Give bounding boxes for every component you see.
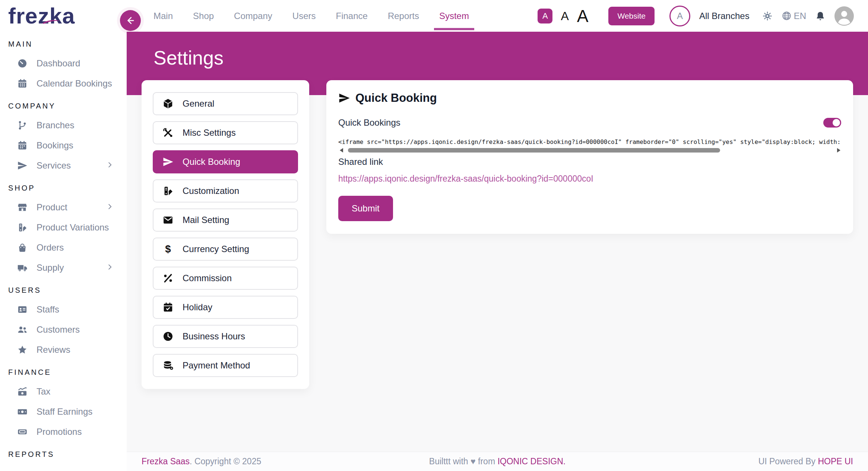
calendar-icon xyxy=(17,78,28,89)
sidebar-item-staff-earnings[interactable]: Staff Earnings xyxy=(8,402,127,422)
font-size-small-button[interactable]: A xyxy=(538,9,552,23)
nav-item-main[interactable]: Main xyxy=(152,2,174,30)
bell-icon xyxy=(815,11,826,21)
settings-tab-holiday[interactable]: Holiday xyxy=(153,296,298,319)
settings-tab-general[interactable]: General xyxy=(153,92,298,115)
font-size-controls: A A A xyxy=(538,7,588,25)
quick-bookings-toggle[interactable] xyxy=(823,118,841,128)
notifications-button[interactable] xyxy=(815,11,826,21)
coins-icon xyxy=(162,360,174,371)
gauge-icon xyxy=(17,58,28,69)
ticket-icon xyxy=(17,427,28,437)
app-window: frezka Main Shop Company Users Finance R… xyxy=(0,0,868,471)
nav-item-users[interactable]: Users xyxy=(291,2,317,30)
language-code: EN xyxy=(794,11,806,21)
send-icon xyxy=(338,92,350,104)
nav-item-finance[interactable]: Finance xyxy=(334,2,369,30)
brand-logo[interactable]: frezka xyxy=(0,0,127,32)
panel-title: Quick Booking xyxy=(355,91,437,105)
topbar: frezka Main Shop Company Users Finance R… xyxy=(0,0,868,32)
settings-tab-quick-booking[interactable]: Quick Booking xyxy=(153,150,298,173)
submit-button[interactable]: Submit xyxy=(338,196,393,221)
sidebar-item-product-variations[interactable]: Product Variations xyxy=(8,217,127,238)
chevron-right-icon xyxy=(106,202,114,212)
website-button[interactable]: Website xyxy=(608,7,654,25)
send-icon xyxy=(162,156,174,167)
sidebar-section-reports: REPORTS xyxy=(8,450,127,459)
footer-copyright: Frezka Saas. Copyright © 2025 xyxy=(142,456,261,467)
truck-icon xyxy=(17,263,28,273)
scroll-right-arrow-icon[interactable] xyxy=(837,148,840,153)
horizontal-scrollbar[interactable] xyxy=(338,148,841,153)
chevron-right-icon xyxy=(106,161,114,170)
sidebar: MAIN Dashboard Calendar Bookings COMPANY… xyxy=(0,32,127,471)
hope-ui-link[interactable]: HOPE UI xyxy=(818,456,853,466)
sidebar-item-reviews[interactable]: Reviews xyxy=(8,340,127,360)
users-icon xyxy=(17,324,28,335)
branch-badge[interactable]: A xyxy=(669,6,690,26)
footer: Frezka Saas. Copyright © 2025 Builttt wi… xyxy=(127,452,868,471)
footer-brand-link[interactable]: Frezka Saas xyxy=(142,456,190,466)
dollar-icon: $ xyxy=(162,244,174,255)
settings-tab-customization[interactable]: Customization xyxy=(153,179,298,202)
sidebar-item-customers[interactable]: Customers xyxy=(8,320,127,340)
sidebar-section-finance: FINANCE xyxy=(8,368,127,377)
topbar-right-cluster: A A A Website A All Branches EN xyxy=(538,6,868,26)
nav-item-system[interactable]: System xyxy=(438,2,471,30)
sidebar-item-supply[interactable]: Supply xyxy=(8,258,127,278)
sidebar-section-main: MAIN xyxy=(8,40,127,49)
sidebar-item-tax[interactable]: Tax xyxy=(8,381,127,402)
settings-tab-business-hours[interactable]: Business Hours xyxy=(153,325,298,348)
user-avatar[interactable] xyxy=(834,6,854,26)
globe-icon xyxy=(782,11,792,21)
language-selector[interactable]: EN xyxy=(782,11,806,21)
settings-tab-commission[interactable]: Commission xyxy=(153,267,298,290)
sidebar-item-promotions[interactable]: Promotions xyxy=(8,422,127,442)
sidebar-item-product[interactable]: Product xyxy=(8,197,127,217)
sidebar-section-shop: SHOP xyxy=(8,184,127,193)
percent-icon xyxy=(162,273,174,284)
shared-link-url[interactable]: https://apps.iqonic.design/frezka-saas/q… xyxy=(338,174,593,184)
embed-code-field[interactable]: <iframe src="https://apps.iqonic.design/… xyxy=(338,138,841,146)
sidebar-item-bookings[interactable]: Bookings xyxy=(8,135,127,156)
settings-tab-misc-settings[interactable]: Misc Settings xyxy=(153,121,298,144)
scroll-left-arrow-icon[interactable] xyxy=(340,148,343,153)
nav-item-reports[interactable]: Reports xyxy=(386,2,421,30)
heart-icon: ♥ xyxy=(471,456,476,466)
branch-selector[interactable]: All Branches xyxy=(699,11,750,21)
sidebar-item-calendar-bookings[interactable]: Calendar Bookings xyxy=(8,73,127,94)
settings-gear-button[interactable] xyxy=(762,11,773,21)
settings-tab-currency-setting[interactable]: $ Currency Setting xyxy=(153,238,298,261)
iqonic-design-link[interactable]: IQONIC DESIGN. xyxy=(497,456,566,466)
sidebar-item-branches[interactable]: Branches xyxy=(8,115,127,135)
branch-icon xyxy=(17,120,28,131)
quick-booking-panel: Quick Booking Quick Bookings <iframe src… xyxy=(326,80,853,234)
envelope-icon xyxy=(162,214,174,226)
sidebar-item-orders[interactable]: Orders xyxy=(8,238,127,258)
sidebar-collapse-button[interactable] xyxy=(120,10,141,31)
send-icon xyxy=(17,160,28,171)
nav-item-shop[interactable]: Shop xyxy=(191,2,215,30)
font-size-large-button[interactable]: A xyxy=(577,7,589,25)
gear-icon xyxy=(762,11,773,21)
clock-icon xyxy=(162,331,174,342)
settings-tab-mail-setting[interactable]: Mail Setting xyxy=(153,208,298,232)
sidebar-item-services[interactable]: Services xyxy=(8,156,127,176)
swatchbook-icon xyxy=(17,222,28,233)
calendar-check-icon xyxy=(162,302,174,313)
calendar-icon xyxy=(17,140,28,151)
sidebar-item-staffs[interactable]: Staffs xyxy=(8,299,127,320)
money-bill-icon xyxy=(17,406,28,417)
tools-icon xyxy=(162,127,174,138)
swatchbook-icon xyxy=(162,185,174,197)
toggle-knob xyxy=(833,119,840,126)
sidebar-item-dashboard[interactable]: Dashboard xyxy=(8,53,127,73)
font-size-medium-button[interactable]: A xyxy=(561,10,568,22)
settings-menu-card: General Misc Settings Quick Booking Cust… xyxy=(142,80,309,389)
scrollbar-thumb[interactable] xyxy=(348,148,720,153)
nav-item-company[interactable]: Company xyxy=(232,2,274,30)
settings-tab-payment-method[interactable]: Payment Method xyxy=(153,354,298,377)
money-trend-icon xyxy=(17,386,28,397)
sidebar-section-users: USERS xyxy=(8,286,127,295)
arrow-left-icon xyxy=(125,15,136,26)
